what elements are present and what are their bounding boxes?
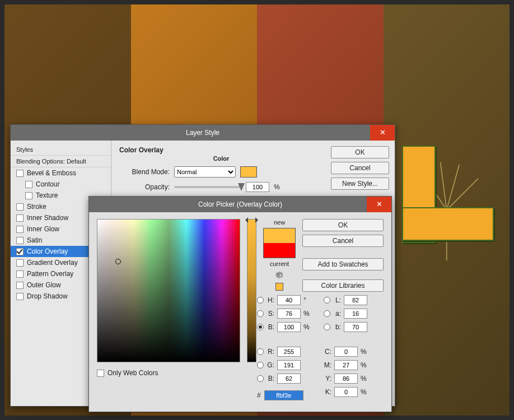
- style-item-label: Drop Shadow: [27, 292, 68, 300]
- pct-unit: %: [303, 310, 311, 318]
- style-item-label: Satin: [27, 236, 42, 244]
- only-web-colors-checkbox[interactable]: [97, 370, 104, 377]
- style-checkbox[interactable]: [25, 181, 32, 188]
- opacity-label: Opacity:: [119, 183, 170, 191]
- hue-strip[interactable]: [247, 219, 256, 362]
- current-label: current: [270, 260, 289, 267]
- style-checkbox[interactable]: [16, 226, 24, 233]
- new-current-swatch: [263, 228, 296, 258]
- k-input[interactable]: [334, 387, 358, 397]
- slider-thumb-icon[interactable]: [238, 183, 245, 191]
- m-input[interactable]: [334, 360, 358, 370]
- r-radio[interactable]: [257, 348, 264, 355]
- blending-options-header[interactable]: Blending Options: Default: [11, 156, 111, 167]
- y-input[interactable]: [334, 374, 358, 384]
- lab-b-input[interactable]: [344, 322, 367, 332]
- style-item-label: Contour: [36, 180, 60, 188]
- new-color-swatch[interactable]: [264, 228, 295, 243]
- style-checkbox[interactable]: [16, 203, 24, 211]
- style-checkbox[interactable]: [16, 282, 24, 289]
- c-label: C:: [324, 348, 331, 356]
- b-input[interactable]: [277, 322, 301, 332]
- a-input[interactable]: [344, 309, 367, 319]
- close-icon[interactable]: ✕: [367, 197, 391, 212]
- r-input[interactable]: [277, 347, 301, 357]
- saturation-value-field[interactable]: [97, 219, 240, 362]
- ok-button[interactable]: OK: [302, 219, 384, 231]
- rgb-b-input[interactable]: [277, 374, 301, 384]
- hex-label: #: [257, 391, 261, 399]
- blend-mode-label: Blend Mode:: [119, 168, 170, 176]
- style-checkbox[interactable]: [16, 293, 24, 300]
- style-item-label: Color Overlay: [27, 248, 68, 255]
- color-picker-dialog: Color Picker (Overlay Color) ✕ Only Web …: [88, 196, 392, 412]
- add-to-swatches-button[interactable]: Add to Swatches: [302, 258, 384, 270]
- color-picker-titlebar[interactable]: Color Picker (Overlay Color) ✕: [89, 197, 391, 212]
- deg-unit: °: [303, 296, 311, 304]
- canvas-letter-l: [402, 146, 492, 241]
- style-checkbox[interactable]: [16, 170, 24, 177]
- y-label: Y:: [324, 375, 331, 382]
- pct-unit: %: [361, 348, 368, 356]
- s-radio[interactable]: [257, 310, 264, 317]
- color-cursor-icon[interactable]: [115, 259, 121, 264]
- ok-button[interactable]: OK: [331, 146, 389, 158]
- b-label: B:: [267, 323, 274, 331]
- h-input[interactable]: [277, 295, 301, 305]
- style-item-label: Stroke: [27, 203, 46, 211]
- s-input[interactable]: [277, 309, 301, 319]
- style-checkbox[interactable]: [16, 237, 24, 244]
- opacity-input[interactable]: [246, 182, 269, 192]
- style-checkbox[interactable]: [16, 214, 24, 222]
- style-checkbox[interactable]: [16, 270, 24, 278]
- rgb-b-radio[interactable]: [257, 375, 264, 382]
- r-label: R:: [267, 348, 274, 356]
- blend-mode-select[interactable]: Normal: [174, 166, 236, 178]
- style-checkbox[interactable]: [16, 248, 24, 255]
- style-item-label: Texture: [36, 192, 58, 199]
- pct-unit: %: [361, 375, 368, 382]
- styles-header[interactable]: Styles: [11, 144, 111, 156]
- lab-b-radio[interactable]: [324, 324, 330, 330]
- hex-input[interactable]: [264, 390, 303, 400]
- cube-icon[interactable]: [275, 271, 283, 279]
- new-label: new: [274, 219, 285, 226]
- style-item-label: Inner Shadow: [27, 214, 68, 222]
- style-checkbox[interactable]: [25, 192, 32, 199]
- cancel-button[interactable]: Cancel: [331, 162, 389, 174]
- style-item-contour[interactable]: Contour: [11, 179, 111, 190]
- g-input[interactable]: [277, 360, 301, 370]
- a-radio[interactable]: [324, 310, 330, 317]
- opacity-slider[interactable]: [174, 186, 241, 188]
- current-color-swatch[interactable]: [264, 243, 295, 258]
- pct-unit: %: [303, 323, 311, 331]
- a-label: a:: [333, 310, 341, 318]
- section-subtitle: Color: [119, 155, 323, 162]
- b-radio[interactable]: [257, 324, 264, 330]
- style-checkbox[interactable]: [16, 259, 24, 267]
- section-title: Color Overlay: [119, 146, 323, 154]
- g-label: G:: [267, 361, 274, 369]
- layer-style-titlebar[interactable]: Layer Style ✕: [11, 125, 395, 141]
- style-item-label: Bevel & Emboss: [27, 169, 76, 177]
- new-style-button[interactable]: New Style...: [331, 178, 389, 190]
- color-libraries-button[interactable]: Color Libraries: [302, 279, 384, 292]
- c-input[interactable]: [334, 347, 358, 357]
- g-radio[interactable]: [257, 362, 264, 368]
- mini-swatch-icon[interactable]: [275, 283, 283, 291]
- h-label: H:: [267, 296, 274, 304]
- l-input[interactable]: [344, 295, 367, 305]
- k-label: K:: [324, 388, 331, 396]
- layer-style-title: Layer Style: [186, 129, 219, 137]
- style-item-bevel-emboss[interactable]: Bevel & Emboss: [11, 167, 111, 179]
- m-label: M:: [324, 361, 331, 369]
- cancel-button[interactable]: Cancel: [302, 235, 384, 247]
- pct-unit: %: [361, 361, 368, 369]
- overlay-color-swatch[interactable]: [240, 166, 257, 178]
- only-web-colors-label: Only Web Colors: [108, 369, 158, 377]
- h-radio[interactable]: [257, 297, 264, 304]
- rgb-b-label: B:: [267, 375, 274, 382]
- close-icon[interactable]: ✕: [370, 125, 395, 141]
- l-radio[interactable]: [324, 297, 330, 304]
- pct-unit: %: [361, 388, 368, 396]
